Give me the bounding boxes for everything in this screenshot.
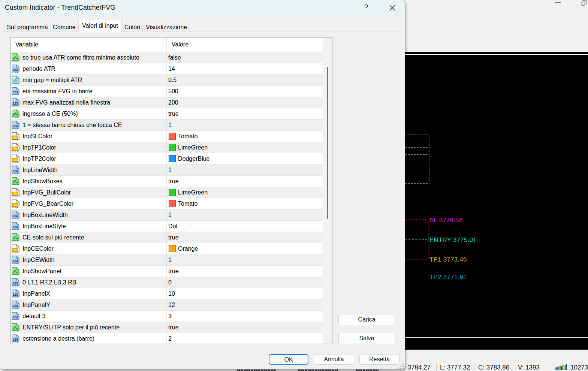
svg-text:½: ½ bbox=[13, 78, 17, 83]
svg-text:123: 123 bbox=[13, 169, 18, 173]
svg-text:123: 123 bbox=[13, 281, 18, 285]
svg-text:123: 123 bbox=[13, 124, 18, 128]
svg-text:123: 123 bbox=[13, 293, 18, 296]
svg-text:123: 123 bbox=[13, 338, 18, 341]
svg-text:123: 123 bbox=[13, 68, 18, 72]
svg-text:123: 123 bbox=[13, 90, 18, 94]
svg-text:123: 123 bbox=[13, 102, 18, 105]
svg-text:123: 123 bbox=[13, 304, 18, 308]
svg-text:123: 123 bbox=[13, 225, 18, 229]
svg-text:123: 123 bbox=[13, 315, 18, 319]
svg-text:123: 123 bbox=[13, 259, 18, 263]
svg-text:123: 123 bbox=[13, 214, 18, 218]
